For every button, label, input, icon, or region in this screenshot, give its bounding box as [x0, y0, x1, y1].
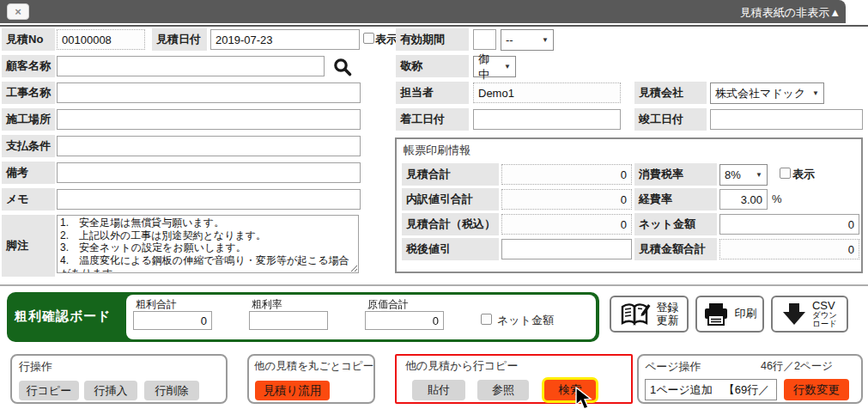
expense-rate-field[interactable] — [719, 189, 768, 210]
remarks-field[interactable] — [57, 162, 361, 183]
printer-icon — [703, 302, 729, 327]
print-info-title: 帳票印刷情報 — [404, 143, 470, 158]
valid-period-unit-select[interactable]: -- ▼ — [501, 29, 554, 51]
page-add-select[interactable]: 1ページ追加 【69行／ ▼ — [645, 379, 777, 400]
customer-label: 顧客名称 — [2, 55, 55, 77]
project-name-label: 工事名称 — [2, 82, 55, 104]
quote-company-value: 株式会社マドック — [715, 86, 805, 101]
quote-total-tax-label: 見積合計（税込） — [402, 213, 499, 235]
quote-total-field[interactable] — [501, 164, 632, 185]
memo-label: メモ — [2, 188, 55, 211]
memo-field[interactable] — [57, 189, 361, 210]
chevron-down-icon: ▼ — [812, 89, 819, 97]
quote-date-label: 見積日付 — [152, 28, 207, 51]
section-divider — [0, 284, 868, 286]
start-date-label: 着工日付 — [396, 108, 469, 131]
quote-amount-total-field[interactable] — [719, 239, 859, 259]
page-count-text: 46行／2ページ — [761, 359, 833, 374]
honorific-label: 敬称 — [396, 55, 469, 77]
chevron-down-icon: ▼ — [756, 171, 762, 179]
row-copy-button[interactable]: 行コピー — [19, 381, 79, 400]
customer-search-icon[interactable] — [332, 57, 353, 77]
header-underline — [0, 25, 868, 27]
breakdown-discount-field[interactable] — [501, 189, 632, 210]
tax-show-checkbox[interactable] — [780, 168, 791, 179]
site-location-label: 施工場所 — [2, 108, 55, 131]
book-edit-icon — [620, 302, 651, 327]
gross-profit-total-label: 粗利合計 — [136, 297, 177, 312]
completion-date-label: 竣工日付 — [634, 108, 707, 131]
quote-company-label: 見積会社 — [634, 82, 707, 104]
honorific-value: 御中 — [478, 52, 499, 82]
after-tax-discount-field[interactable] — [501, 239, 632, 259]
payment-terms-label: 支払条件 — [2, 135, 55, 157]
profit-net-amount-label: ネット金額 — [497, 313, 554, 328]
copy-whole-estimate-title: 他の見積を丸ごとコピー — [254, 359, 373, 374]
after-tax-discount-label: 税後値引 — [402, 238, 499, 260]
quote-company-select[interactable]: 株式会社マドック ▼ — [710, 82, 824, 104]
valid-period-unit-value: -- — [506, 34, 513, 46]
cost-total-field[interactable] — [365, 311, 444, 330]
valid-period-label: 有効期間 — [396, 28, 469, 51]
quote-date-field[interactable] — [210, 29, 360, 50]
completion-date-field[interactable] — [710, 109, 863, 130]
register-update-text: 登録更新 — [657, 302, 679, 327]
chevron-down-icon: ▼ — [542, 36, 549, 44]
footnote-textarea[interactable]: 1. 安全足場は無償貸与願います。 2. 上記以外の工事は別途契約となります。 … — [57, 215, 359, 273]
csv-download-button[interactable]: CSV ダウン ロード — [771, 296, 848, 333]
row-delete-button[interactable]: 行削除 — [144, 381, 199, 400]
search-button[interactable]: 検索 — [544, 380, 596, 400]
expense-rate-label: 経費率 — [634, 188, 717, 211]
row-operations-title: 行操作 — [19, 359, 52, 375]
net-amount-label: ネット金額 — [634, 213, 717, 235]
quote-date-show-checkbox[interactable] — [363, 33, 374, 44]
footnote-label: 脚注 — [2, 215, 55, 277]
download-arrow-icon — [782, 303, 806, 326]
chevron-down-icon: ▼ — [774, 386, 777, 394]
remarks-label: 備考 — [2, 162, 55, 184]
staff-label: 担当者 — [396, 82, 469, 104]
gross-profit-rate-field[interactable] — [249, 311, 328, 330]
profit-net-amount-checkbox[interactable] — [481, 314, 492, 325]
paste-button[interactable]: 貼付 — [412, 380, 465, 400]
staff-field[interactable] — [473, 82, 621, 103]
print-button[interactable]: 印刷 — [695, 296, 764, 333]
start-date-field[interactable] — [473, 109, 621, 130]
row-count-change-button[interactable]: 行数変更 — [784, 379, 849, 400]
header-bar — [0, 0, 846, 23]
quote-total-label: 見積合計 — [402, 163, 499, 186]
quote-no-field[interactable] — [57, 29, 145, 50]
valid-period-field[interactable] — [473, 29, 496, 50]
chevron-down-icon: ▼ — [504, 63, 511, 70]
quote-date-show-label: 表示 — [375, 32, 398, 47]
page-operations-title: ページ操作 — [645, 359, 701, 375]
project-name-field[interactable] — [57, 82, 361, 103]
tax-rate-select[interactable]: 8% ▼ — [719, 164, 768, 186]
honorific-select[interactable]: 御中 ▼ — [473, 56, 516, 77]
payment-terms-field[interactable] — [57, 136, 361, 156]
quote-amount-total-label: 見積金額合計 — [634, 238, 717, 260]
breakdown-discount-label: 内訳値引合計 — [402, 188, 499, 211]
register-update-button[interactable]: 登録更新 — [610, 296, 689, 333]
site-location-field[interactable] — [57, 109, 361, 130]
expense-rate-unit: % — [772, 192, 782, 205]
customer-field[interactable] — [57, 56, 325, 76]
gross-profit-total-field[interactable] — [133, 311, 212, 330]
cost-total-label: 原価合計 — [367, 297, 409, 312]
tax-rate-label: 消費税率 — [634, 163, 717, 186]
close-icon: × — [15, 5, 21, 18]
page-add-value: 1ページ追加 【69行／ — [650, 382, 769, 398]
row-insert-button[interactable]: 行挿入 — [84, 381, 137, 400]
quote-total-tax-field[interactable] — [501, 214, 632, 235]
estimate-reuse-button[interactable]: 見積り流用 — [255, 381, 330, 400]
gross-profit-rate-label: 粗利率 — [252, 297, 282, 312]
estimate-form-window: × 見積表紙の非表示▲ 見積No 見積日付 表示 有効期間 -- ▼ 顧客名称 … — [0, 0, 868, 409]
close-button[interactable]: × — [7, 3, 29, 20]
quote-no-label: 見積No — [2, 28, 55, 51]
tax-rate-value: 8% — [725, 168, 741, 181]
csv-download-text: CSV ダウン ロード — [812, 300, 837, 329]
net-amount-field[interactable] — [719, 214, 859, 235]
profit-board-title: 粗利確認ボード — [15, 308, 112, 325]
cover-toggle-link[interactable]: 見積表紙の非表示▲ — [740, 5, 841, 21]
refer-button[interactable]: 参照 — [477, 380, 529, 400]
